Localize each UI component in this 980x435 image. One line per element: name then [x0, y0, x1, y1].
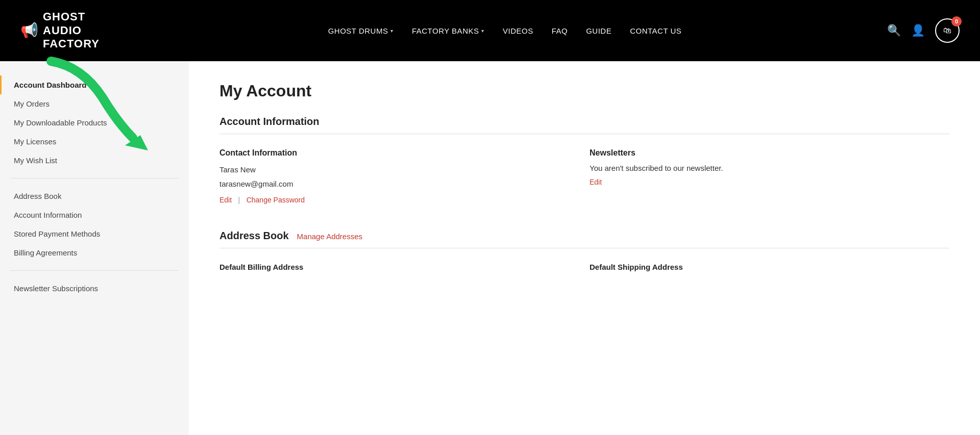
newsletter-edit-link[interactable]: Edit: [590, 178, 602, 186]
sidebar-item-stored-payment-methods[interactable]: Stored Payment Methods: [0, 224, 189, 243]
sidebar-group-2: Address Book Account Information Stored …: [0, 183, 189, 266]
nav-ghost-drums[interactable]: GHOST DRUMS ▾: [328, 27, 394, 35]
sidebar-divider-2: [10, 270, 179, 271]
nav-guide[interactable]: GUIDE: [586, 27, 611, 35]
cart-badge: 0: [951, 16, 962, 27]
sidebar-item-my-wish-list[interactable]: My Wish List: [0, 151, 189, 170]
contact-info-block: Contact Information Taras New tarasnew@g…: [219, 148, 579, 204]
header-actions: 🔍 👤 🛍 0: [887, 18, 960, 43]
default-billing-title: Default Billing Address: [219, 263, 579, 271]
logo-icon: 📢: [20, 22, 39, 39]
sidebar-item-address-book[interactable]: Address Book: [0, 187, 189, 206]
user-name: Taras New: [219, 164, 579, 176]
page-container: Account Dashboard My Orders My Downloada…: [0, 61, 980, 435]
newsletters-title: Newsletters: [590, 148, 949, 158]
change-password-link[interactable]: Change Password: [247, 196, 305, 204]
account-info-title: Account Information: [219, 116, 949, 127]
address-book-header: Address Book Manage Addresses: [219, 230, 949, 242]
logo-text: GHOST AUDIO FACTORY: [43, 10, 122, 50]
user-icon[interactable]: 👤: [911, 24, 925, 37]
address-grid: Default Billing Address Default Shipping…: [219, 263, 949, 276]
default-billing-block: Default Billing Address: [219, 263, 579, 276]
search-icon[interactable]: 🔍: [887, 24, 901, 37]
cart-icon: 🛍: [943, 26, 951, 35]
chevron-down-icon: ▾: [390, 28, 394, 34]
manage-addresses-link[interactable]: Manage Addresses: [297, 232, 362, 241]
sidebar-item-my-orders[interactable]: My Orders: [0, 94, 189, 113]
page-title: My Account: [219, 82, 949, 100]
sidebar-item-newsletter-subscriptions[interactable]: Newsletter Subscriptions: [0, 279, 189, 298]
chevron-down-icon: ▾: [481, 28, 484, 34]
default-shipping-title: Default Shipping Address: [590, 263, 949, 271]
account-info-grid: Contact Information Taras New tarasnew@g…: [219, 148, 949, 204]
sidebar-item-billing-agreements[interactable]: Billing Agreements: [0, 243, 189, 262]
site-header: 📢 GHOST AUDIO FACTORY GHOST DRUMS ▾ FACT…: [0, 0, 980, 61]
nav-contact-us[interactable]: CONTACT US: [630, 27, 681, 35]
newsletters-block: Newsletters You aren't subscribed to our…: [590, 148, 949, 204]
default-shipping-block: Default Shipping Address: [590, 263, 949, 276]
edit-contact-link[interactable]: Edit: [219, 196, 232, 204]
contact-actions: Edit | Change Password: [219, 195, 579, 204]
sidebar-group-3: Newsletter Subscriptions: [0, 275, 189, 302]
account-info-divider: [219, 134, 949, 134]
nav-factory-banks[interactable]: FACTORY BANKS ▾: [412, 27, 484, 35]
sidebar-item-account-dashboard[interactable]: Account Dashboard: [0, 75, 189, 94]
site-logo[interactable]: 📢 GHOST AUDIO FACTORY: [20, 10, 122, 50]
sidebar-item-my-licenses[interactable]: My Licenses: [0, 132, 189, 151]
contact-info-title: Contact Information: [219, 148, 579, 158]
sidebar-item-downloadable-products[interactable]: My Downloadable Products: [0, 113, 189, 132]
address-book-title: Address Book: [219, 230, 289, 242]
main-nav: GHOST DRUMS ▾ FACTORY BANKS ▾ VIDEOS FAQ…: [122, 27, 887, 35]
address-book-divider: [219, 248, 949, 248]
nav-videos[interactable]: VIDEOS: [503, 27, 533, 35]
not-subscribed-text: You aren't subscribed to our newsletter.: [590, 164, 949, 172]
sidebar: Account Dashboard My Orders My Downloada…: [0, 61, 189, 435]
sidebar-item-account-information[interactable]: Account Information: [0, 206, 189, 224]
link-separator: |: [238, 196, 240, 204]
user-email: tarasnew@gmail.com: [219, 178, 579, 190]
sidebar-divider-1: [10, 178, 179, 178]
cart-button[interactable]: 🛍 0: [935, 18, 960, 43]
sidebar-group-1: Account Dashboard My Orders My Downloada…: [0, 71, 189, 174]
nav-faq[interactable]: FAQ: [552, 27, 568, 35]
main-content: My Account Account Information Contact I…: [189, 61, 980, 435]
